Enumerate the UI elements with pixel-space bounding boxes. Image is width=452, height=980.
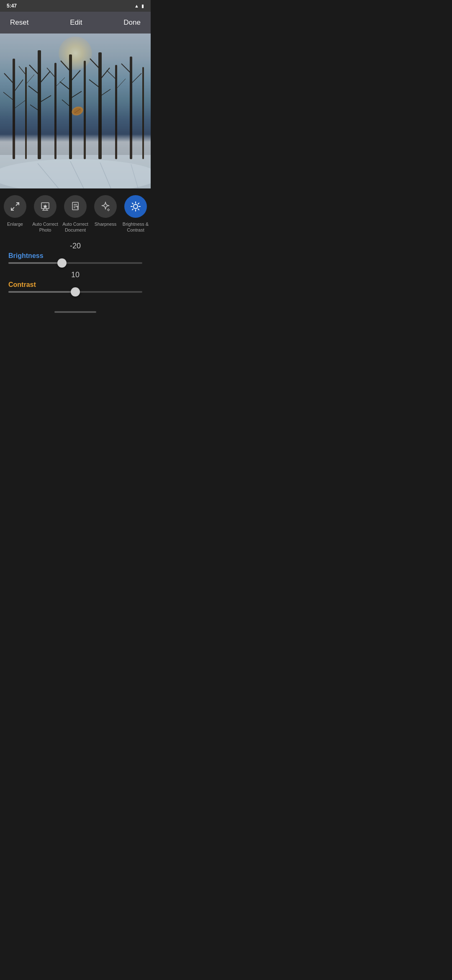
brightness-contrast-tool[interactable]: Brightness & Contrast bbox=[121, 195, 151, 233]
sharpness-icon-circle bbox=[94, 195, 117, 218]
contrast-slider-row: 10 Contrast bbox=[8, 271, 142, 293]
brightness-thumb[interactable] bbox=[57, 258, 67, 268]
auto-correct-photo-label: Auto Correct Photo bbox=[30, 221, 60, 233]
svg-point-54 bbox=[134, 204, 138, 209]
status-icons: ▲ ▮ bbox=[134, 3, 144, 9]
svg-line-62 bbox=[132, 209, 133, 210]
svg-line-46 bbox=[16, 203, 19, 206]
bottom-nav bbox=[0, 308, 151, 316]
contrast-track[interactable] bbox=[8, 291, 142, 293]
brightness-slider-row: -20 Brightness bbox=[8, 242, 142, 264]
enlarge-label: Enlarge bbox=[7, 221, 23, 227]
auto-correct-photo-icon-circle bbox=[34, 195, 56, 218]
enlarge-tool[interactable]: Enlarge bbox=[0, 195, 30, 227]
status-time: 5:47 bbox=[7, 3, 17, 9]
auto-correct-photo-tool[interactable]: Auto Correct Photo bbox=[30, 195, 60, 233]
toolbar: Enlarge Auto Correct Photo bbox=[0, 188, 151, 237]
svg-rect-8 bbox=[84, 61, 86, 159]
home-indicator bbox=[54, 311, 96, 313]
sharpness-tool[interactable]: Sharpness bbox=[90, 195, 121, 227]
contrast-fill bbox=[8, 291, 75, 293]
sharpness-label: Sharpness bbox=[95, 221, 117, 227]
svg-line-59 bbox=[132, 203, 133, 204]
top-bar: Reset Edit Done bbox=[0, 12, 151, 34]
contrast-thumb[interactable] bbox=[71, 287, 80, 297]
svg-rect-5 bbox=[38, 50, 41, 159]
brightness-contrast-icon-circle bbox=[124, 195, 147, 218]
brightness-contrast-label: Brightness & Contrast bbox=[121, 221, 151, 233]
enlarge-icon-circle bbox=[4, 195, 26, 218]
done-button[interactable]: Done bbox=[123, 18, 141, 27]
auto-correct-document-tool[interactable]: Auto Correct Document bbox=[60, 195, 90, 233]
wifi-icon: ▲ bbox=[134, 3, 139, 8]
brightness-fill bbox=[8, 262, 62, 264]
reset-button[interactable]: Reset bbox=[10, 18, 28, 27]
brightness-track[interactable] bbox=[8, 262, 142, 264]
svg-line-61 bbox=[138, 203, 139, 204]
auto-correct-document-label: Auto Correct Document bbox=[60, 221, 90, 233]
edit-title: Edit bbox=[70, 18, 82, 27]
status-bar: 5:47 ▲ ▮ bbox=[0, 0, 151, 12]
svg-rect-12 bbox=[142, 67, 144, 159]
photo-scene bbox=[0, 34, 151, 188]
battery-icon: ▮ bbox=[141, 3, 144, 9]
svg-line-60 bbox=[138, 209, 139, 210]
brightness-label: Brightness bbox=[8, 252, 142, 260]
auto-correct-document-icon-circle bbox=[64, 195, 87, 218]
sliders-section: -20 Brightness 10 Contrast bbox=[0, 237, 151, 308]
contrast-value: 10 bbox=[8, 271, 142, 279]
trees-overlay bbox=[0, 34, 151, 188]
photo-preview bbox=[0, 34, 151, 188]
svg-rect-4 bbox=[25, 67, 27, 159]
brightness-value: -20 bbox=[8, 242, 142, 250]
svg-line-47 bbox=[11, 207, 14, 210]
